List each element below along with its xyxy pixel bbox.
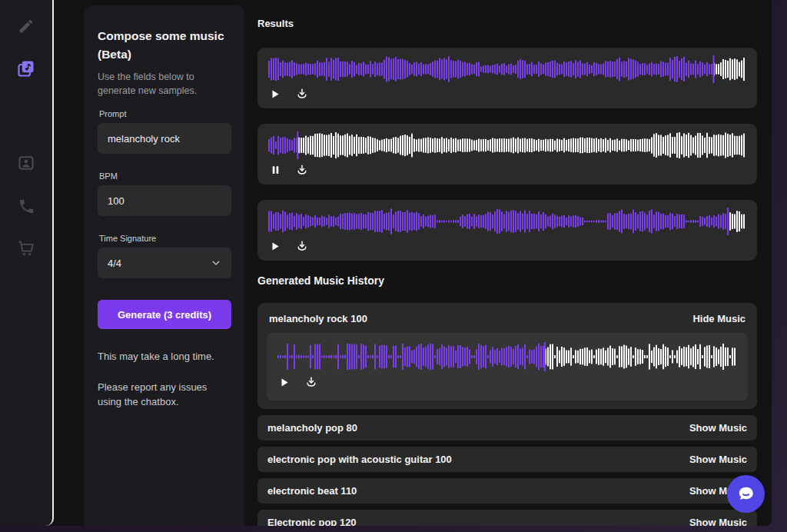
- generate-button[interactable]: Generate (3 credits): [98, 300, 231, 329]
- history-item-title: Electronic pop 120: [267, 517, 357, 526]
- hide-music-button[interactable]: Hide Music: [692, 313, 745, 324]
- download-button[interactable]: [295, 239, 309, 253]
- history-row[interactable]: melancholy pop 80 Show Music: [257, 415, 757, 441]
- waveform: [268, 55, 746, 83]
- result-player-card: [257, 48, 757, 108]
- chat-launcher-button[interactable]: [727, 475, 765, 513]
- player-controls: [268, 238, 746, 254]
- history-row[interactable]: electronic pop with acoustic guitar 100 …: [257, 447, 757, 472]
- play-icon: [270, 241, 281, 252]
- play-icon: [270, 88, 281, 100]
- time-signature-label: Time Signature: [99, 234, 231, 243]
- pause-icon: [271, 165, 281, 175]
- form-subtitle: Use the fields below to generate new sam…: [98, 71, 231, 98]
- sidebar: [0, 0, 54, 526]
- result-player-card: [257, 124, 757, 185]
- history-item-title: electronic pop with acoustic guitar 100: [267, 454, 452, 465]
- music-library-icon: [16, 58, 36, 78]
- person-icon: [17, 154, 35, 172]
- player-controls: [268, 86, 746, 101]
- sidebar-item-edit[interactable]: [15, 15, 37, 37]
- chat-bubble-icon: [736, 484, 756, 504]
- sidebar-item-contact[interactable]: [15, 195, 37, 217]
- waveform-seekbar[interactable]: [268, 55, 746, 83]
- history-card-expanded: melancholy rock 100 Hide Music: [257, 303, 757, 409]
- download-icon: [296, 240, 308, 252]
- waveform: [277, 342, 737, 371]
- play-pause-button[interactable]: [268, 87, 282, 101]
- history-item-title: electronic beat 110: [267, 485, 357, 497]
- time-signature-value: 4/4: [108, 258, 121, 269]
- show-music-button[interactable]: Show Music: [689, 422, 747, 434]
- result-player-card: [257, 200, 757, 261]
- sidebar-item-compose-music[interactable]: [15, 58, 37, 79]
- sidebar-item-account[interactable]: [15, 152, 37, 174]
- history-row[interactable]: electronic beat 110 Show Music: [257, 478, 757, 504]
- history-card-header: melancholy rock 100 Hide Music: [267, 311, 748, 325]
- play-icon: [279, 377, 290, 388]
- cart-icon: [17, 239, 35, 258]
- history-item-title: melancholy pop 80: [267, 422, 357, 434]
- history-row[interactable]: Electronic pop 120 Show Music: [257, 510, 757, 526]
- play-pause-button[interactable]: [268, 239, 282, 253]
- history-item-title: melancholy rock 100: [269, 313, 367, 324]
- pencil-icon: [18, 18, 35, 35]
- page-title: Compose some music (Beta): [98, 27, 231, 63]
- download-button[interactable]: [304, 375, 318, 389]
- prompt-label: Prompt: [99, 109, 231, 118]
- waveform-seekbar[interactable]: [268, 131, 746, 159]
- waveform-seekbar[interactable]: [268, 208, 746, 235]
- bpm-input[interactable]: [98, 185, 231, 216]
- app-window: Compose some music (Beta) Use the fields…: [0, 0, 772, 526]
- download-button[interactable]: [295, 87, 309, 101]
- chevron-down-icon: [211, 258, 221, 268]
- compose-form-panel: Compose some music (Beta) Use the fields…: [85, 5, 244, 526]
- prompt-input[interactable]: [98, 123, 231, 154]
- waveform: [268, 131, 746, 159]
- results-column: Results: [257, 0, 757, 526]
- play-pause-button[interactable]: [277, 375, 291, 389]
- report-note: Please report any issues using the chatb…: [98, 381, 231, 410]
- show-music-button[interactable]: Show Music: [689, 454, 747, 465]
- history-player: [267, 333, 748, 401]
- play-pause-button[interactable]: [268, 163, 282, 177]
- history-heading: Generated Music History: [257, 274, 757, 288]
- results-heading: Results: [257, 18, 757, 29]
- bpm-label: BPM: [99, 171, 231, 181]
- download-icon: [296, 164, 308, 176]
- waveform: [268, 208, 746, 235]
- download-icon: [296, 88, 308, 100]
- player-controls: [268, 162, 746, 178]
- show-music-button[interactable]: Show Music: [689, 517, 747, 526]
- download-icon: [305, 376, 317, 388]
- player-controls: [277, 374, 737, 390]
- wait-note: This may take a long time.: [98, 350, 231, 364]
- sidebar-item-store[interactable]: [15, 238, 37, 259]
- phone-icon: [18, 198, 35, 215]
- download-button[interactable]: [295, 163, 309, 177]
- waveform-seekbar[interactable]: [277, 342, 737, 371]
- time-signature-select[interactable]: 4/4: [98, 248, 231, 278]
